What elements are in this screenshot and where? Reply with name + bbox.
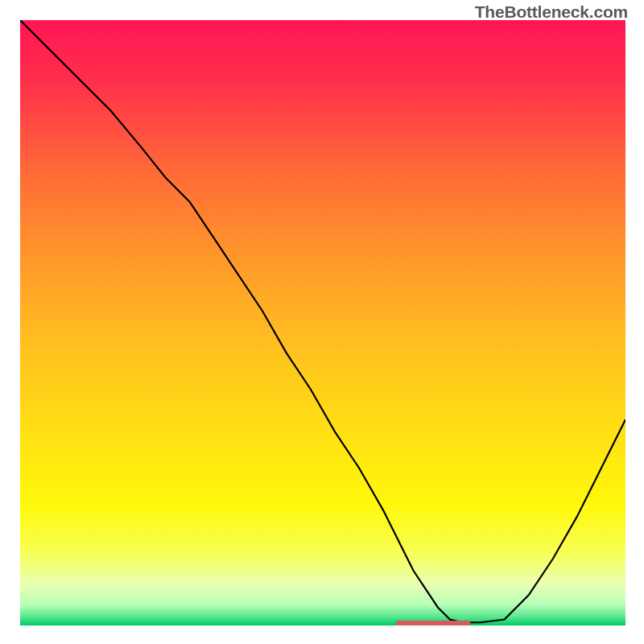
series-bottleneck-curve [20, 20, 625, 622]
chart-plot-area [20, 20, 625, 625]
watermark-label: TheBottleneck.com [475, 2, 628, 22]
chart-container: TheBottleneck.com [0, 0, 644, 644]
